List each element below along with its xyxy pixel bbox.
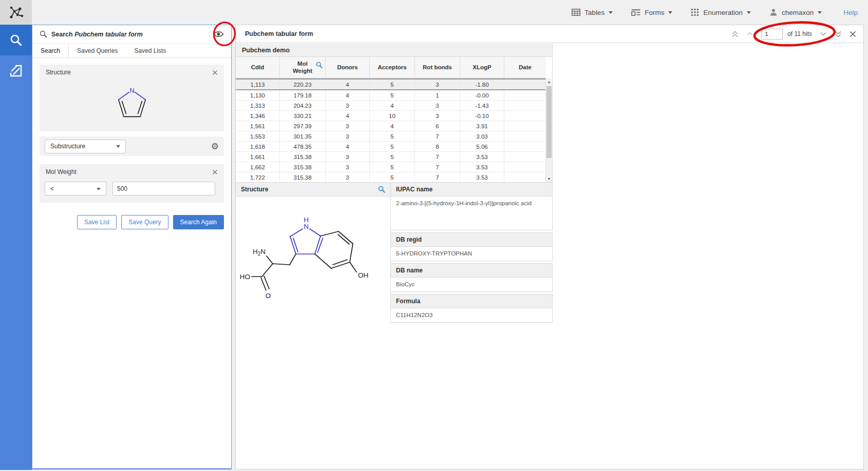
table-cell[interactable]: 297.39 (280, 121, 326, 131)
structure-field-value[interactable]: H N H2N HO O OH (236, 197, 390, 323)
scrollbar-thumb[interactable] (546, 86, 552, 158)
mol-weight-value-input[interactable] (112, 182, 215, 195)
table-cell[interactable]: 3.91 (460, 121, 504, 131)
user-menu[interactable]: chemaxon (769, 8, 822, 16)
table-cell[interactable]: 10 (370, 111, 415, 121)
table-cell[interactable]: 5 (370, 162, 415, 172)
table-cell[interactable]: -1.43 (460, 101, 504, 110)
column-header-cdid[interactable]: CdId (236, 57, 280, 78)
table-cell[interactable]: 7 (415, 131, 460, 141)
table-cell[interactable]: 4 (326, 111, 370, 121)
table-cell[interactable]: 1,661 (236, 152, 280, 162)
table-cell[interactable]: 3 (326, 172, 370, 182)
next-record-button[interactable] (820, 32, 827, 36)
table-cell[interactable]: 5 (370, 142, 415, 151)
table-cell[interactable]: 4 (370, 101, 415, 110)
table-cell[interactable]: 3.03 (460, 131, 504, 141)
table-cell[interactable]: 301.35 (280, 131, 326, 141)
grid-scrollbar[interactable]: ▲ ▼ (545, 78, 552, 182)
table-cell[interactable]: 1,313 (236, 101, 280, 110)
sidebar-item-search[interactable] (0, 25, 32, 55)
table-cell[interactable] (504, 142, 546, 151)
tab-search[interactable]: Search (32, 44, 69, 57)
table-cell[interactable]: 315.38 (280, 172, 326, 182)
scroll-up-button[interactable]: ▲ (546, 78, 552, 85)
table-row[interactable]: 1,618478.354585.06 (236, 142, 546, 152)
table-cell[interactable]: 4 (370, 121, 415, 131)
table-cell[interactable] (504, 101, 546, 110)
table-cell[interactable]: 3.53 (460, 152, 504, 162)
table-cell[interactable]: 315.38 (280, 152, 326, 162)
table-cell[interactable] (504, 111, 546, 121)
search-again-button[interactable]: Search Again (173, 215, 224, 229)
table-row[interactable]: 1,313204.23343-1.43 (236, 101, 546, 111)
table-cell[interactable]: 1,130 (236, 90, 280, 100)
field-value[interactable]: BioCyc (391, 278, 552, 292)
table-cell[interactable] (504, 131, 546, 141)
search-type-select[interactable]: Substructure (45, 140, 126, 153)
table-cell[interactable]: 204.23 (280, 101, 326, 110)
table-cell[interactable]: 3 (415, 80, 460, 89)
table-row[interactable]: 1,130179.18451-0.00 (236, 90, 546, 101)
table-row[interactable]: 1,553301.353573.03 (236, 131, 546, 142)
table-cell[interactable] (504, 90, 546, 100)
save-list-button[interactable]: Save List (77, 215, 117, 229)
table-cell[interactable]: 4 (326, 80, 370, 89)
first-record-button[interactable] (731, 31, 739, 37)
field-value[interactable]: C11H12N2O3 (391, 308, 552, 323)
tab-saved-queries[interactable]: Saved Queries (69, 44, 126, 57)
enumeration-menu[interactable]: Enumeration (691, 8, 751, 16)
table-cell[interactable]: 3.53 (460, 172, 504, 182)
table-row[interactable]: 1,113220.23453-1.80 (236, 78, 546, 90)
table-cell[interactable]: 3 (326, 162, 370, 172)
query-structure-canvas[interactable]: N (40, 80, 224, 131)
tables-menu[interactable]: Tables (572, 9, 613, 16)
table-cell[interactable]: 3 (326, 131, 370, 141)
last-record-button[interactable] (835, 31, 842, 37)
table-cell[interactable]: -0.10 (460, 111, 504, 121)
sidebar-item-structure-editor[interactable] (0, 55, 32, 86)
toggle-view-button[interactable] (213, 30, 224, 38)
column-header-mol-weight[interactable]: Mol Weight (280, 57, 326, 78)
app-logo[interactable] (0, 0, 32, 25)
table-cell[interactable]: -0.00 (460, 90, 504, 100)
table-cell[interactable]: 5 (370, 80, 415, 89)
help-link[interactable]: Help (843, 9, 858, 16)
table-cell[interactable]: 3 (326, 152, 370, 162)
remove-mol-weight-filter-button[interactable] (212, 169, 218, 175)
table-cell[interactable] (504, 152, 546, 162)
table-row[interactable]: 1,561297.393463.91 (236, 121, 546, 131)
table-cell[interactable]: 5 (370, 90, 415, 100)
table-cell[interactable]: 3.53 (460, 162, 504, 172)
table-row[interactable]: 1,722315.383573.53 (236, 172, 546, 183)
table-row[interactable]: 1,346330.214103-0.10 (236, 111, 546, 121)
table-row[interactable]: 1,661315.383573.53 (236, 152, 546, 162)
table-cell[interactable]: 1,561 (236, 121, 280, 131)
structure-search-icon[interactable] (378, 186, 385, 193)
scroll-down-button[interactable]: ▼ (546, 175, 552, 182)
table-cell[interactable]: 1,618 (236, 142, 280, 151)
field-value[interactable]: 2-amino-3-[(5-hydroxy-1H-indol-3-yl)]pro… (391, 197, 552, 230)
save-query-button[interactable]: Save Query (121, 215, 168, 229)
remove-structure-filter-button[interactable] (212, 70, 218, 75)
mol-weight-operator-select[interactable]: < (45, 182, 106, 195)
table-cell[interactable] (504, 121, 546, 131)
tab-saved-lists[interactable]: Saved Lists (126, 44, 174, 57)
column-header-donors[interactable]: Donors (326, 57, 370, 78)
forms-menu[interactable]: Forms (631, 9, 672, 16)
table-cell[interactable]: 5 (370, 131, 415, 141)
table-cell[interactable]: 1,662 (236, 162, 280, 172)
table-cell[interactable]: 7 (415, 152, 460, 162)
column-search-icon[interactable] (316, 62, 323, 68)
column-header-xlogp[interactable]: XLogP (460, 57, 504, 78)
table-cell[interactable]: 330.21 (280, 111, 326, 121)
table-cell[interactable] (504, 162, 546, 172)
close-form-button[interactable] (850, 31, 856, 37)
column-header-rot-bonds[interactable]: Rot bonds (415, 57, 460, 78)
table-cell[interactable]: 3 (326, 121, 370, 131)
column-header-acceptors[interactable]: Acceptors (370, 57, 415, 78)
table-cell[interactable]: 6 (415, 121, 460, 131)
table-cell[interactable]: 5 (370, 152, 415, 162)
table-cell[interactable]: 1,722 (236, 172, 280, 182)
table-cell[interactable]: 3 (326, 101, 370, 110)
